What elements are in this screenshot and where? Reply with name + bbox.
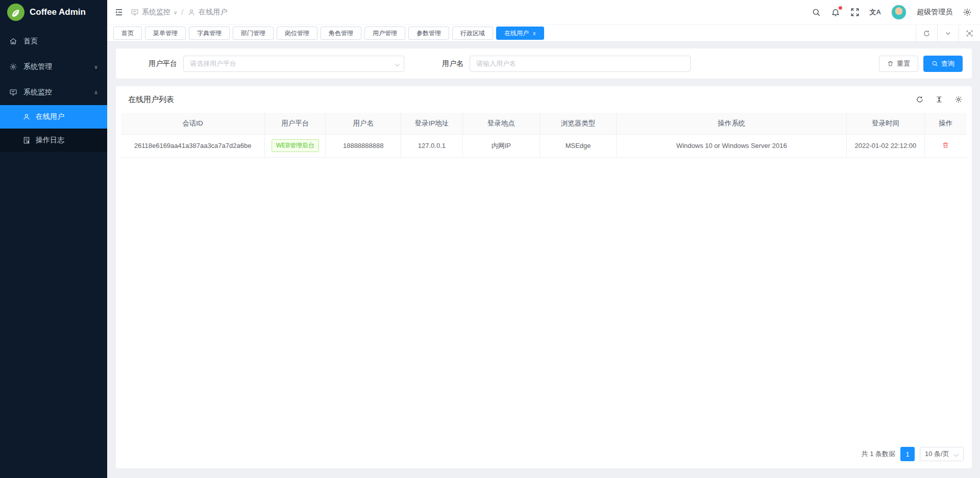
cell-login-ip: 127.0.0.1 <box>401 134 462 157</box>
username-input[interactable] <box>470 56 691 72</box>
avatar[interactable] <box>891 5 906 20</box>
sidebar-item-label: 首页 <box>23 37 98 46</box>
col-user-platform: 用户平台 <box>265 113 326 134</box>
tab-admin-region[interactable]: 行政区域 <box>452 27 493 40</box>
monitor-icon <box>9 88 17 96</box>
cell-os: Windows 10 or Windows Server 2016 <box>617 134 847 157</box>
sidebar-item-system-monitor[interactable]: 系统监控 ∧ <box>0 80 107 105</box>
cell-browser-type: MSEdge <box>540 134 617 157</box>
breadcrumb-parent-label: 系统监控 <box>142 8 170 17</box>
tab-list-chevron-down-icon[interactable] <box>937 25 959 41</box>
sidebar-item-online-users[interactable]: 在线用户 <box>0 105 107 129</box>
tab-close-icon[interactable]: x <box>533 31 536 36</box>
current-user-name[interactable]: 超级管理员 <box>917 8 952 17</box>
search-icon[interactable] <box>812 8 821 17</box>
table-header-row: 会话ID 用户平台 用户名 登录IP地址 登录地点 浏览器类型 操作系统 登录时… <box>121 113 967 134</box>
chevron-down-icon <box>954 452 959 457</box>
cell-login-location: 内网IP <box>462 134 540 157</box>
platform-tag: WEB管理后台 <box>272 139 319 152</box>
gear-icon <box>9 63 17 71</box>
col-login-ip: 登录IP地址 <box>401 113 462 134</box>
app-title: Coffee Admin <box>30 7 86 17</box>
reset-button[interactable]: 重置 <box>879 56 918 72</box>
platform-label: 用户平台 <box>149 59 177 68</box>
sidebar-item-label: 系统监控 <box>23 88 88 97</box>
collapse-sidebar-icon[interactable] <box>114 8 124 17</box>
col-session-id: 会话ID <box>121 113 265 134</box>
translate-icon[interactable]: 文A <box>870 8 881 17</box>
online-users-card: 在线用户列表 <box>116 86 972 468</box>
breadcrumb: 系统监控 ∨ / 在线用户 <box>131 8 227 17</box>
platform-select[interactable] <box>183 56 404 72</box>
search-button[interactable]: 查询 <box>923 56 963 72</box>
row-height-icon[interactable] <box>935 95 943 104</box>
page-tabs: 首页 菜单管理 字典管理 部门管理 岗位管理 角色管理 用户管理 参数管理 行政… <box>107 27 916 40</box>
maximize-content-icon[interactable] <box>959 25 980 41</box>
cell-session-id: 26118e6169aa41a387aa3ca7a7d2a6be <box>121 134 265 157</box>
breadcrumb-separator: / <box>181 8 183 16</box>
cell-actions <box>924 134 967 157</box>
platform-select-wrap <box>183 56 404 72</box>
refresh-icon[interactable] <box>916 95 924 104</box>
username-label: 用户名 <box>442 59 463 68</box>
reset-button-label: 重置 <box>897 59 910 68</box>
tab-param-management[interactable]: 参数管理 <box>408 27 449 40</box>
fullscreen-icon[interactable] <box>850 8 860 17</box>
sidebar-item-home[interactable]: 首页 <box>0 29 107 54</box>
content: 用户平台 用户名 重置 查询 <box>107 42 980 478</box>
chevron-up-icon: ∧ <box>94 89 98 96</box>
tab-tools <box>916 25 980 41</box>
log-icon <box>22 136 31 144</box>
column-settings-gear-icon[interactable] <box>954 95 963 104</box>
app-logo[interactable]: Coffee Admin <box>0 0 107 24</box>
search-button-label: 查询 <box>941 59 954 68</box>
chevron-down-icon: ∨ <box>94 64 98 70</box>
page-size-select[interactable]: 10 条/页 <box>920 447 964 461</box>
page-button-1[interactable]: 1 <box>900 447 915 461</box>
cell-login-time: 2022-01-02 22:12:00 <box>847 134 924 157</box>
cell-username: 18888888888 <box>326 134 401 157</box>
tab-dept-management[interactable]: 部门管理 <box>233 27 274 40</box>
page-tabs-bar: 首页 菜单管理 字典管理 部门管理 岗位管理 角色管理 用户管理 参数管理 行政… <box>107 24 980 42</box>
tab-menu-management[interactable]: 菜单管理 <box>145 27 186 40</box>
tab-dict-management[interactable]: 字典管理 <box>189 27 230 40</box>
table-row: 26118e6169aa41a387aa3ca7a7d2a6be WEB管理后台… <box>121 134 967 157</box>
trash-icon <box>887 60 894 67</box>
delete-row-trash-icon[interactable] <box>942 141 949 149</box>
cell-user-platform: WEB管理后台 <box>265 134 326 157</box>
home-icon <box>9 37 17 45</box>
sidebar-item-label: 操作日志 <box>36 136 64 145</box>
sidebar-item-system-management[interactable]: 系统管理 ∨ <box>0 54 107 80</box>
col-username: 用户名 <box>326 113 401 134</box>
tab-user-management[interactable]: 用户管理 <box>364 27 405 40</box>
search-icon <box>932 60 938 67</box>
tab-online-users[interactable]: 在线用户 x <box>496 27 544 40</box>
sidebar-item-label: 在线用户 <box>36 112 64 121</box>
filter-panel: 用户平台 用户名 重置 查询 <box>116 48 972 79</box>
chevron-down-icon: ∨ <box>174 10 177 15</box>
breadcrumb-parent[interactable]: 系统监控 ∨ <box>131 8 177 17</box>
breadcrumb-current: 在线用户 <box>187 8 227 17</box>
pagination: 共 1 条数据 1 10 条/页 <box>121 442 967 462</box>
pagination-total: 共 1 条数据 <box>862 449 895 459</box>
tab-role-management[interactable]: 角色管理 <box>321 27 361 40</box>
notifications-bell-icon[interactable] <box>831 8 840 17</box>
tab-post-management[interactable]: 岗位管理 <box>277 27 317 40</box>
col-login-location: 登录地点 <box>462 113 540 134</box>
tab-label: 在线用户 <box>504 29 529 38</box>
settings-gear-icon[interactable] <box>963 8 972 17</box>
refresh-tab-icon[interactable] <box>916 25 937 41</box>
top-header: 系统监控 ∨ / 在线用户 <box>107 0 980 24</box>
breadcrumb-current-label: 在线用户 <box>199 8 227 17</box>
notification-badge-dot <box>839 6 842 10</box>
sidebar-item-label: 系统管理 <box>23 62 88 71</box>
col-actions: 操作 <box>924 113 967 134</box>
sidebar-item-operation-log[interactable]: 操作日志 <box>0 129 107 152</box>
tab-home[interactable]: 首页 <box>113 27 142 40</box>
leaf-logo-icon <box>7 4 24 21</box>
monitor-icon <box>131 8 139 16</box>
col-browser-type: 浏览器类型 <box>540 113 617 134</box>
sidebar: Coffee Admin 首页 系统管理 ∨ 系统监控 ∧ <box>0 0 107 478</box>
col-os: 操作系统 <box>617 113 847 134</box>
sidebar-submenu: 在线用户 操作日志 <box>0 105 107 152</box>
